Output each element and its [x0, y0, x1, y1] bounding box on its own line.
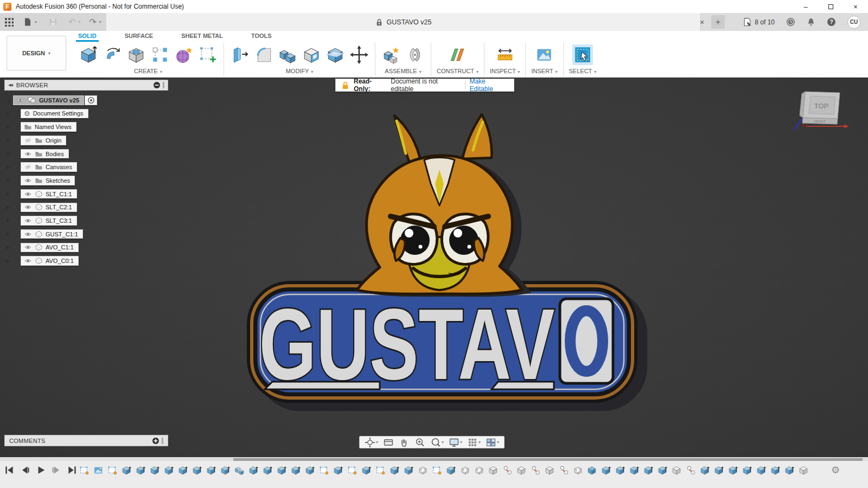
fit-tool[interactable]: ▾: [429, 436, 445, 448]
timeline-feature-sketch-3[interactable]: [107, 463, 118, 477]
timeline-feature-sketch-18[interactable]: [318, 463, 329, 477]
browser-header[interactable]: ◀◀ BROWSER: [4, 80, 168, 91]
browser-node[interactable]: SLT_C2:1: [21, 203, 77, 213]
timeline-feature-extrude-48[interactable]: [742, 463, 752, 477]
restore-button[interactable]: [818, 0, 843, 13]
visibility-eye-icon[interactable]: [24, 177, 32, 184]
timeline-feature-extrude-23[interactable]: [389, 463, 400, 477]
timeline-feature-canvas-2[interactable]: [93, 463, 104, 477]
timeline-feature-hollow-28[interactable]: [459, 463, 470, 477]
timeline-feature-extrude-19[interactable]: [333, 463, 343, 477]
timeline-feature-extrude-45[interactable]: [699, 463, 710, 477]
extrude-button[interactable]: [78, 44, 99, 65]
timeline-feature-copy-44[interactable]: [685, 463, 696, 477]
visibility-eye-icon[interactable]: [24, 230, 32, 238]
pan-tool[interactable]: [397, 436, 411, 448]
display-settings-tool[interactable]: ▾: [447, 436, 464, 448]
visibility-eye-off-icon[interactable]: [24, 137, 32, 144]
timeline-feature-graybox-32[interactable]: [516, 463, 527, 477]
panel-grip[interactable]: [162, 438, 163, 444]
comments-panel[interactable]: COMMENTS: [4, 435, 168, 446]
browser-row-slt-c1-1[interactable]: ▶SLT_C1:1: [4, 189, 168, 199]
ribbon-group-label[interactable]: INSPECT ▾: [490, 68, 520, 74]
ribbon-tab-solid[interactable]: SOLID: [76, 31, 99, 42]
timeline-feature-extrude-4[interactable]: [121, 463, 132, 477]
expander-icon[interactable]: ▶: [4, 125, 12, 130]
close-tab-button[interactable]: ×: [696, 16, 708, 28]
timeline-feature-extrude-41[interactable]: [643, 463, 654, 477]
expander-icon[interactable]: ▶: [4, 218, 12, 223]
redo-caret-icon[interactable]: ▾: [99, 20, 101, 24]
minimize-button[interactable]: –: [793, 0, 818, 13]
browser-node[interactable]: Origin: [21, 136, 66, 145]
ribbon-group-label[interactable]: CREATE ▾: [134, 68, 162, 74]
expander-icon[interactable]: ▶: [4, 151, 12, 156]
clock-icon[interactable]: [786, 17, 795, 27]
viewports-tool[interactable]: ▾: [484, 436, 501, 448]
ribbon-group-label[interactable]: CONSTRUCT ▾: [437, 68, 478, 74]
browser-row-slt-c2-1[interactable]: ▶SLT_C2:1: [4, 203, 168, 213]
redo-icon[interactable]: ↷: [89, 15, 96, 29]
browser-node[interactable]: Sketches: [21, 176, 75, 185]
timeline-feature-extrude-9[interactable]: [192, 463, 202, 477]
save-icon[interactable]: [49, 15, 58, 29]
browser-node[interactable]: SLT_C1:1: [21, 189, 77, 199]
dropdown-caret-icon[interactable]: ▾: [442, 440, 444, 445]
timeline-feature-extrude-24[interactable]: [403, 463, 414, 477]
notifications-bell-icon[interactable]: [807, 17, 815, 27]
split-body-button[interactable]: [325, 44, 346, 65]
select-button[interactable]: [572, 44, 593, 65]
timeline-feature-extrude-21[interactable]: [361, 463, 372, 477]
timeline-feature-sketch-1[interactable]: [79, 463, 90, 477]
timeline-feature-extrude-14[interactable]: [262, 463, 273, 477]
timeline-feature-extrude-38[interactable]: [601, 463, 611, 477]
browser-row-canvases[interactable]: ▶Canvases: [4, 162, 168, 172]
orbit-tool[interactable]: ▾: [363, 436, 380, 448]
app-grid-icon[interactable]: [4, 15, 14, 29]
browser-row-slt-c3-1[interactable]: ▶SLT_C3:1: [4, 216, 168, 226]
create-form-button[interactable]: [174, 44, 194, 65]
help-icon[interactable]: ?: [827, 17, 836, 27]
joint-button[interactable]: [405, 44, 425, 65]
ribbon-group-label[interactable]: SELECT ▾: [569, 68, 597, 74]
job-status[interactable]: 8 of 10: [743, 17, 775, 27]
timeline-feature-extrude-27[interactable]: [445, 463, 456, 477]
dropdown-caret-icon[interactable]: ▾: [460, 440, 462, 445]
undo-icon[interactable]: ↶: [68, 15, 75, 29]
panel-minimize-icon[interactable]: [153, 81, 161, 89]
step-forward-button[interactable]: [50, 464, 62, 476]
timeline-feature-extrude-5[interactable]: [135, 463, 146, 477]
logo-plate[interactable]: GUSTAV: [247, 281, 637, 403]
visibility-eye-icon[interactable]: [24, 243, 32, 251]
viewcube-front-label[interactable]: FRONT: [814, 120, 826, 123]
measure-button[interactable]: [495, 44, 515, 65]
user-avatar[interactable]: CU: [847, 16, 860, 29]
timeline-feature-extrude-51[interactable]: [784, 463, 795, 477]
browser-row-document-settings[interactable]: ▶⚙Document Settings: [4, 109, 168, 119]
timeline-feature-extrude-10[interactable]: [206, 463, 216, 477]
make-editable-link[interactable]: Make Editable: [469, 78, 508, 93]
browser-row-gustavo-v25[interactable]: ◢GUSTAVO v25: [4, 95, 168, 105]
step-back-button[interactable]: [19, 464, 31, 476]
timeline-feature-extrude-49[interactable]: [756, 463, 767, 477]
timeline-feature-graybox-52[interactable]: [798, 463, 809, 477]
press-pull-button[interactable]: [229, 44, 250, 65]
expander-icon[interactable]: ◢: [4, 97, 12, 103]
browser-node[interactable]: GUSTAVO v25: [13, 95, 84, 105]
expander-icon[interactable]: ▶: [4, 138, 12, 143]
new-tab-button[interactable]: +: [711, 15, 725, 29]
browser-node[interactable]: GUST_C1:1: [21, 229, 83, 239]
expander-icon[interactable]: ▶: [4, 178, 12, 183]
new-component-button[interactable]: [381, 44, 401, 65]
timeline-feature-copy-31[interactable]: [502, 463, 513, 477]
panel-grip[interactable]: [163, 82, 164, 88]
ribbon-group-label[interactable]: INSERT ▾: [531, 68, 557, 74]
browser-row-gust-c1-1[interactable]: ▶GUST_C1:1: [4, 229, 168, 239]
timeline-scrollbar-thumb[interactable]: [233, 458, 863, 461]
ribbon-group-label[interactable]: ASSEMBLE ▾: [385, 68, 421, 74]
timeline-feature-hollow-36[interactable]: [572, 463, 583, 477]
timeline-feature-extrude-46[interactable]: [713, 463, 724, 477]
create-sketch-button[interactable]: [197, 44, 218, 65]
visibility-eye-off-icon[interactable]: [24, 163, 32, 171]
timeline-feature-extrude-17[interactable]: [304, 463, 315, 477]
